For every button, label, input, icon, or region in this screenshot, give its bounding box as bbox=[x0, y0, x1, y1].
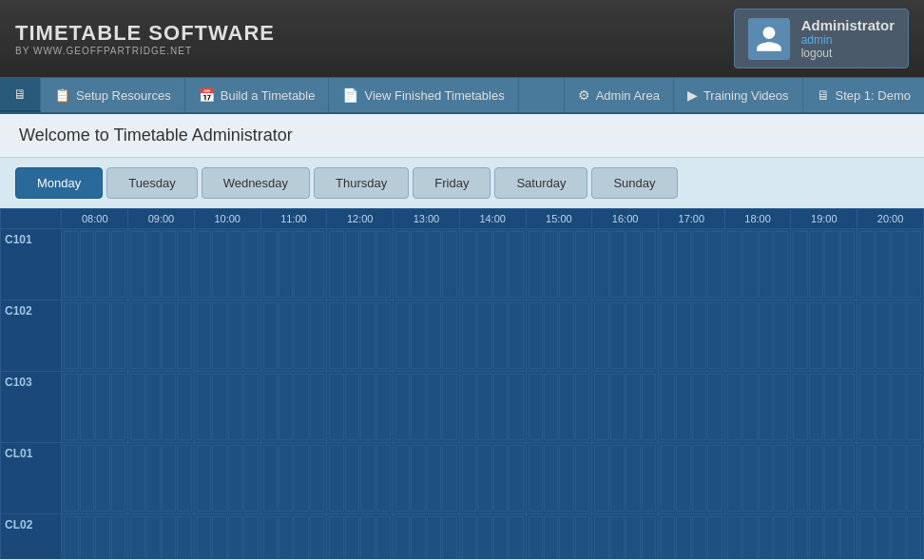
cell-C102-1000[interactable] bbox=[194, 300, 260, 372]
room-label-c103: C103 bbox=[1, 372, 62, 443]
cell-C102-1800[interactable] bbox=[724, 300, 791, 372]
cell-C101-2000[interactable] bbox=[857, 229, 924, 300]
nav-setup-resources[interactable]: 📋 Setup Resources bbox=[41, 78, 185, 112]
table-row: C102 bbox=[1, 300, 924, 372]
cell-C102-1700[interactable] bbox=[658, 300, 724, 372]
cell-CL01-0800[interactable] bbox=[62, 443, 128, 514]
cell-C101-1300[interactable] bbox=[394, 229, 460, 300]
cell-C101-1500[interactable] bbox=[526, 229, 592, 300]
cell-C103-2000[interactable] bbox=[857, 372, 924, 443]
day-btn-monday[interactable]: Monday bbox=[15, 167, 103, 199]
cell-CL01-1200[interactable] bbox=[327, 443, 394, 514]
cell-CL01-1100[interactable] bbox=[260, 443, 327, 514]
day-btn-wednesday[interactable]: Wednesday bbox=[202, 167, 310, 199]
day-btn-saturday[interactable]: Saturday bbox=[494, 167, 587, 199]
cell-C103-1800[interactable] bbox=[724, 372, 791, 443]
cell-CL01-1600[interactable] bbox=[592, 443, 659, 514]
cell-CL02-1900[interactable] bbox=[791, 514, 857, 560]
monitor-icon: 🖥 bbox=[13, 87, 27, 102]
nav-training-videos-label: Training Videos bbox=[703, 88, 789, 103]
day-btn-thursday[interactable]: Thursday bbox=[314, 167, 409, 199]
time-header-row: 08:0009:0010:0011:0012:0013:0014:0015:00… bbox=[1, 209, 924, 229]
nav-setup-resources-label: Setup Resources bbox=[76, 88, 171, 103]
cell-CL01-1000[interactable] bbox=[194, 443, 260, 514]
cell-C102-2000[interactable] bbox=[857, 300, 924, 372]
cell-CL01-1900[interactable] bbox=[791, 443, 857, 514]
nav-admin-area[interactable]: ⚙ Admin Area bbox=[564, 78, 673, 112]
cell-CL02-0800[interactable] bbox=[62, 514, 128, 560]
timetable-container[interactable]: 08:0009:0010:0011:0012:0013:0014:0015:00… bbox=[0, 208, 924, 559]
cell-CL02-1700[interactable] bbox=[658, 514, 724, 560]
cell-C101-1200[interactable] bbox=[327, 229, 394, 300]
cell-CL01-1800[interactable] bbox=[724, 443, 791, 514]
cell-C103-1600[interactable] bbox=[592, 372, 659, 443]
cell-CL02-1100[interactable] bbox=[260, 514, 327, 560]
cell-C103-1200[interactable] bbox=[327, 372, 394, 443]
cell-C101-1100[interactable] bbox=[260, 229, 327, 300]
main-nav: 🖥 📋 Setup Resources 📅 Build a Timetable … bbox=[0, 78, 924, 114]
room-label-cl02: CL02 bbox=[1, 514, 62, 560]
cell-C103-0800[interactable] bbox=[62, 372, 128, 443]
cell-C101-1000[interactable] bbox=[194, 229, 260, 300]
screen-icon: 🖥 bbox=[817, 87, 830, 103]
day-buttons-bar: MondayTuesdayWednesdayThursdayFridaySatu… bbox=[0, 158, 924, 208]
cell-C103-0900[interactable] bbox=[128, 372, 195, 443]
user-logout-link[interactable]: logout bbox=[801, 47, 895, 60]
cell-CL01-1500[interactable] bbox=[526, 443, 592, 514]
nav-step1-demo[interactable]: 🖥 Step 1: Demo bbox=[802, 78, 925, 112]
cell-C102-1200[interactable] bbox=[327, 300, 394, 372]
cell-CL01-2000[interactable] bbox=[857, 443, 924, 514]
cell-CL02-2000[interactable] bbox=[857, 514, 924, 560]
cell-CL02-1400[interactable] bbox=[459, 514, 526, 560]
cell-CL02-1500[interactable] bbox=[526, 514, 592, 560]
day-btn-friday[interactable]: Friday bbox=[413, 167, 491, 199]
app-header: TIMETABLE SOFTWARE BY WWW.GEOFFPARTRIDGE… bbox=[0, 0, 924, 78]
nav-training-videos[interactable]: ▶ Training Videos bbox=[673, 78, 802, 112]
user-login-link[interactable]: admin bbox=[801, 33, 895, 47]
cell-C101-1600[interactable] bbox=[592, 229, 659, 300]
cell-C103-1500[interactable] bbox=[526, 372, 592, 443]
welcome-text: Welcome to Timetable Administrator bbox=[19, 126, 293, 145]
cell-C101-1700[interactable] bbox=[658, 229, 724, 300]
nav-build-timetable[interactable]: 📅 Build a Timetable bbox=[185, 78, 330, 112]
cell-C102-0900[interactable] bbox=[128, 300, 195, 372]
nav-home[interactable]: 🖥 bbox=[0, 78, 41, 112]
cell-C102-1300[interactable] bbox=[394, 300, 460, 372]
cell-CL02-1300[interactable] bbox=[394, 514, 460, 560]
cell-C102-1100[interactable] bbox=[260, 300, 327, 372]
cell-C101-0900[interactable] bbox=[128, 229, 195, 300]
cell-C103-1700[interactable] bbox=[658, 372, 724, 443]
cell-C103-1300[interactable] bbox=[394, 372, 460, 443]
cell-C103-1900[interactable] bbox=[791, 372, 857, 443]
cell-C103-1100[interactable] bbox=[260, 372, 327, 443]
cell-CL02-1800[interactable] bbox=[724, 514, 791, 560]
time-header-1200: 12:00 bbox=[327, 209, 394, 229]
calendar-icon: 📅 bbox=[199, 87, 215, 103]
nav-view-timetables[interactable]: 📄 View Finished Timetables bbox=[329, 78, 518, 112]
cell-CL01-1700[interactable] bbox=[658, 443, 724, 514]
cell-CL02-1600[interactable] bbox=[592, 514, 659, 560]
cell-C103-1000[interactable] bbox=[194, 372, 260, 443]
cell-CL01-0900[interactable] bbox=[128, 443, 195, 514]
room-label-c102: C102 bbox=[1, 300, 62, 372]
cell-C102-0800[interactable] bbox=[62, 300, 128, 372]
main-content: Welcome to Timetable Administrator Monda… bbox=[0, 114, 924, 560]
day-btn-tuesday[interactable]: Tuesday bbox=[106, 167, 197, 199]
cell-C101-1800[interactable] bbox=[724, 229, 791, 300]
room-label-c101: C101 bbox=[1, 229, 62, 300]
cell-C101-1400[interactable] bbox=[459, 229, 526, 300]
cell-C101-1900[interactable] bbox=[791, 229, 857, 300]
room-label-cl01: CL01 bbox=[1, 443, 62, 514]
cell-CL02-0900[interactable] bbox=[128, 514, 195, 560]
day-btn-sunday[interactable]: Sunday bbox=[591, 167, 677, 199]
cell-CL02-1000[interactable] bbox=[194, 514, 260, 560]
cell-C102-1600[interactable] bbox=[592, 300, 659, 372]
cell-CL01-1300[interactable] bbox=[394, 443, 460, 514]
cell-CL01-1400[interactable] bbox=[459, 443, 526, 514]
cell-CL02-1200[interactable] bbox=[327, 514, 394, 560]
cell-C102-1500[interactable] bbox=[526, 300, 592, 372]
cell-C103-1400[interactable] bbox=[459, 372, 526, 443]
cell-C101-0800[interactable] bbox=[62, 229, 128, 300]
cell-C102-1900[interactable] bbox=[791, 300, 857, 372]
cell-C102-1400[interactable] bbox=[459, 300, 526, 372]
